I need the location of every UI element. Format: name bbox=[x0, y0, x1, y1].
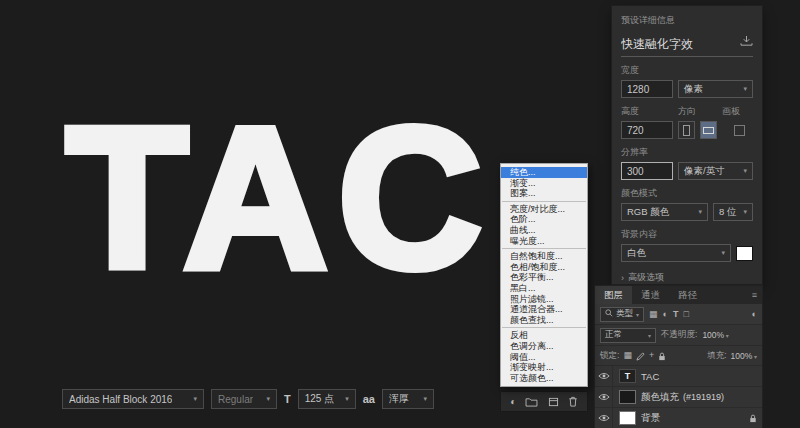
opacity-label: 不透明度: bbox=[661, 329, 697, 341]
orientation-label: 方向 bbox=[678, 105, 722, 118]
background-row: 白色 bbox=[621, 244, 753, 262]
text-layer-thumbnail[interactable]: T bbox=[619, 369, 636, 383]
anti-alias-value: 浑厚 bbox=[389, 392, 409, 406]
orientation-landscape-button[interactable] bbox=[700, 121, 717, 139]
menu-item-color-balance[interactable]: 色彩平衡... bbox=[501, 272, 587, 283]
layer-row-color-fill[interactable]: 颜色填充 (#191919) bbox=[595, 387, 762, 408]
search-icon bbox=[605, 309, 613, 319]
document-name-row bbox=[621, 27, 753, 57]
menu-item-posterize[interactable]: 色调分离... bbox=[501, 341, 587, 352]
menu-item-brightness-contrast[interactable]: 亮度/对比度... bbox=[501, 204, 587, 215]
filter-adjustment-icon[interactable]: ◐ bbox=[663, 310, 668, 319]
canvas-text-tac[interactable]: TAC bbox=[66, 98, 492, 298]
background-value: 白色 bbox=[627, 247, 646, 260]
menu-item-curves[interactable]: 曲线... bbox=[501, 225, 587, 236]
layer-row-background[interactable]: 背景 bbox=[595, 408, 762, 428]
layer-row-tac[interactable]: T TAC bbox=[595, 366, 762, 387]
menu-item-levels[interactable]: 色阶... bbox=[501, 214, 587, 225]
menu-item-threshold[interactable]: 阈值... bbox=[501, 352, 587, 363]
menu-item-black-white[interactable]: 黑白... bbox=[501, 283, 587, 294]
font-style-dropdown[interactable]: Regular bbox=[211, 389, 277, 409]
lock-row: 锁定: ▦ + 填充: 100% bbox=[595, 346, 762, 366]
menu-item-vibrance[interactable]: 自然饱和度... bbox=[501, 251, 587, 262]
menu-item-gradient[interactable]: 渐变... bbox=[501, 178, 587, 189]
background-dropdown[interactable]: 白色 bbox=[621, 244, 731, 262]
menu-item-selective-color[interactable]: 可选颜色... bbox=[501, 373, 587, 384]
filter-type-layer-icon[interactable]: T bbox=[673, 310, 679, 319]
background-color-swatch[interactable] bbox=[736, 246, 753, 261]
height-label: 高度 bbox=[621, 105, 678, 118]
delete-layer-icon[interactable] bbox=[568, 393, 578, 411]
resolution-input[interactable] bbox=[621, 162, 673, 180]
anti-alias-icon: aa bbox=[363, 393, 375, 405]
font-family-dropdown[interactable]: Adidas Half Block 2016 bbox=[62, 389, 204, 409]
resolution-label: 分辨率 bbox=[621, 146, 753, 159]
layer-fill-hex: (#191919) bbox=[683, 392, 724, 402]
visibility-eye-icon[interactable] bbox=[595, 387, 613, 407]
font-size-dropdown[interactable]: 125 点 bbox=[298, 389, 356, 409]
new-fill-adjustment-menu: 纯色... 渐变... 图案... 亮度/对比度... 色阶... 曲线... … bbox=[500, 163, 588, 387]
menu-item-channel-mixer[interactable]: 通道混合器... bbox=[501, 304, 587, 315]
artboard-checkbox[interactable] bbox=[734, 125, 745, 136]
new-adjustment-layer-icon[interactable]: ◐ bbox=[510, 397, 516, 407]
width-input[interactable] bbox=[621, 80, 673, 98]
portrait-icon bbox=[683, 125, 690, 136]
advanced-options-toggle[interactable]: › 高级选项 bbox=[621, 271, 753, 284]
bit-depth-dropdown[interactable]: 8 位 bbox=[713, 203, 753, 221]
fill-value[interactable]: 100% bbox=[731, 351, 757, 361]
height-input[interactable] bbox=[621, 121, 673, 139]
type-options-bar: Adidas Half Block 2016 Regular T 125 点 a… bbox=[62, 389, 434, 409]
advanced-options-label: 高级选项 bbox=[628, 271, 664, 284]
visibility-eye-icon[interactable] bbox=[595, 366, 613, 386]
width-unit-dropdown[interactable]: 像素 bbox=[678, 80, 753, 98]
panel-menu-icon[interactable]: ≡ bbox=[752, 290, 762, 300]
color-mode-row: RGB 颜色 8 位 bbox=[621, 203, 753, 221]
filter-pixel-icon[interactable]: ▦ bbox=[649, 310, 658, 319]
new-layer-icon[interactable] bbox=[548, 393, 559, 411]
resolution-unit-value: 像素/英寸 bbox=[684, 165, 725, 178]
menu-item-gradient-map[interactable]: 渐变映射... bbox=[501, 362, 587, 373]
fill-layer-thumbnail[interactable] bbox=[619, 390, 636, 404]
visibility-eye-icon[interactable] bbox=[595, 408, 613, 428]
tab-paths[interactable]: 路径 bbox=[669, 286, 706, 304]
menu-separator bbox=[502, 201, 586, 202]
blend-mode-dropdown[interactable]: 正常 bbox=[600, 328, 656, 343]
lock-transparency-icon[interactable]: ▦ bbox=[623, 351, 632, 360]
filter-type-dropdown[interactable]: 类型 bbox=[600, 307, 644, 322]
menu-item-invert[interactable]: 反相 bbox=[501, 330, 587, 341]
new-group-icon[interactable] bbox=[525, 393, 538, 411]
menu-item-solid-color[interactable]: 纯色... bbox=[501, 167, 587, 178]
menu-item-color-lookup[interactable]: 颜色查找... bbox=[501, 315, 587, 326]
orientation-portrait-button[interactable] bbox=[678, 121, 695, 139]
lock-position-icon[interactable]: + bbox=[649, 351, 654, 360]
menu-item-hue-saturation[interactable]: 色相/饱和度... bbox=[501, 262, 587, 273]
layer-name: TAC bbox=[641, 371, 659, 382]
opacity-value[interactable]: 100% bbox=[702, 330, 728, 340]
panel-tabs: 图层 通道 路径 ≡ bbox=[595, 286, 762, 304]
menu-separator bbox=[502, 248, 586, 249]
save-preset-icon[interactable] bbox=[740, 33, 753, 51]
background-layer-thumbnail[interactable] bbox=[619, 411, 636, 425]
anti-alias-dropdown[interactable]: 浑厚 bbox=[382, 389, 434, 409]
bit-depth-value: 8 位 bbox=[719, 206, 736, 219]
font-size-icon: T bbox=[284, 393, 291, 405]
layer-filter-row: 类型 ▦ ◐ T □ ◐ bbox=[595, 304, 762, 325]
chevron-right-icon: › bbox=[621, 273, 624, 283]
background-lock-icon[interactable] bbox=[749, 409, 757, 427]
color-mode-dropdown[interactable]: RGB 颜色 bbox=[621, 203, 708, 221]
filter-toggle-icon[interactable]: ◐ bbox=[752, 310, 757, 319]
filter-shape-icon[interactable]: □ bbox=[683, 310, 688, 319]
tab-layers[interactable]: 图层 bbox=[595, 286, 632, 304]
layers-panel-bottom-bar: ◐ bbox=[500, 391, 588, 412]
lock-all-icon[interactable] bbox=[658, 347, 666, 365]
document-name-input[interactable] bbox=[621, 37, 734, 51]
layer-name: 背景 bbox=[641, 412, 660, 425]
menu-item-photo-filter[interactable]: 照片滤镜... bbox=[501, 294, 587, 305]
menu-item-exposure[interactable]: 曝光度... bbox=[501, 236, 587, 247]
width-unit-value: 像素 bbox=[684, 83, 703, 96]
tab-channels[interactable]: 通道 bbox=[632, 286, 669, 304]
lock-paint-icon[interactable] bbox=[636, 347, 645, 365]
font-family-value: Adidas Half Block 2016 bbox=[69, 394, 172, 405]
resolution-unit-dropdown[interactable]: 像素/英寸 bbox=[678, 162, 753, 180]
menu-item-pattern[interactable]: 图案... bbox=[501, 188, 587, 199]
